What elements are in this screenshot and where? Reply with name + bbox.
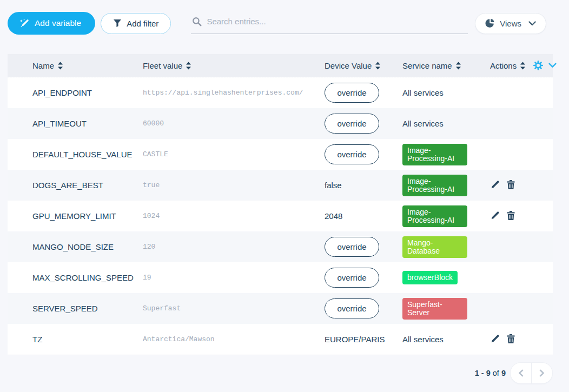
override-button[interactable]: override: [325, 298, 379, 318]
edit-button[interactable]: [490, 333, 501, 346]
variable-name: DEFAULT_HOUSE_VALUE: [8, 150, 143, 159]
trash-icon: [507, 180, 515, 191]
variables-table: Name Fleet value Device Value Service na…: [8, 54, 553, 355]
column-header-service-name[interactable]: Service name: [402, 61, 490, 70]
edit-button[interactable]: [490, 210, 501, 222]
column-label: Fleet value: [143, 61, 182, 70]
table-row: MAX_SCROLLING_SPEED19overridebrowserBloc…: [8, 262, 553, 293]
device-value-cell: EUROPE/PARIS: [325, 335, 402, 344]
column-header-device-value[interactable]: Device Value: [325, 61, 402, 70]
service-name-cell: Image-Processing-AI: [402, 175, 490, 196]
service-name-cell: Superfast-Server: [402, 298, 490, 320]
device-value-cell: override: [325, 237, 402, 257]
chevron-right-icon: [539, 369, 545, 377]
variable-name: GPU_MEMORY_LIMIT: [8, 211, 143, 221]
table-row: TZAntarctica/MawsonEUROPE/PARISAll servi…: [8, 324, 553, 355]
table-row: DOGS_ARE_BESTtruefalseImage-Processing-A…: [8, 170, 553, 201]
delete-button[interactable]: [506, 179, 516, 192]
pagination-of-label: of: [493, 369, 499, 377]
pencil-icon: [491, 211, 500, 221]
device-value: EUROPE/PARIS: [325, 335, 385, 344]
device-value-cell: override: [325, 114, 402, 134]
add-variable-label: Add variable: [35, 18, 81, 28]
variable-name: DOGS_ARE_BEST: [8, 181, 143, 190]
row-actions: [490, 210, 553, 223]
sort-arrows-icon: [57, 62, 63, 70]
filter-funnel-icon: [113, 19, 122, 28]
service-name-cell: Mango-Database: [402, 236, 490, 258]
service-badge: Mango-Database: [402, 236, 467, 258]
override-button[interactable]: override: [325, 268, 379, 288]
table-row: API_ENDPOINThttps://api.singlehashenterp…: [8, 77, 553, 108]
column-header-fleet-value[interactable]: Fleet value: [143, 61, 325, 70]
fleet-value: true: [143, 181, 325, 189]
override-button[interactable]: override: [325, 83, 379, 103]
search-icon: [192, 17, 202, 26]
variable-name: MAX_SCROLLING_SPEED: [8, 273, 143, 282]
column-label: Service name: [402, 61, 452, 70]
edit-button[interactable]: [490, 179, 501, 191]
override-button[interactable]: override: [325, 114, 379, 134]
gear-icon: [533, 61, 543, 70]
device-value-cell: override: [325, 83, 402, 103]
override-button[interactable]: override: [325, 144, 379, 164]
fleet-value: 1024: [143, 212, 325, 220]
column-header-name[interactable]: Name: [8, 61, 143, 70]
views-label: Views: [500, 19, 521, 28]
table-settings-button[interactable]: [532, 59, 544, 71]
pagination-total: 9: [501, 369, 506, 377]
chevron-down-icon: [548, 63, 557, 68]
magic-wand-icon: [19, 18, 30, 29]
fleet-value: 120: [143, 243, 325, 251]
column-label: Name: [32, 61, 54, 70]
service-name-cell: All services: [402, 119, 490, 128]
pagination-range-values: 1 - 9: [475, 369, 491, 377]
table-row: MANGO_NODE_SIZE120overrideMango-Database: [8, 231, 553, 262]
next-page-button[interactable]: [532, 363, 552, 383]
table-row: DEFAULT_HOUSE_VALUECASTLEoverrideImage-P…: [8, 139, 553, 170]
row-actions: [490, 333, 553, 346]
pagination-range: 1 - 9 of 9: [475, 369, 506, 377]
table-row: GPU_MEMORY_LIMIT10242048Image-Processing…: [8, 201, 553, 231]
table-row: API_TIMEOUT60000overrideAll services: [8, 108, 553, 139]
sort-arrows-icon: [455, 62, 461, 70]
variable-name: API_TIMEOUT: [8, 119, 143, 128]
fleet-value: CASTLE: [143, 150, 325, 158]
variable-name: MANGO_NODE_SIZE: [8, 242, 143, 251]
device-value-cell: override: [325, 144, 402, 164]
service-name: All services: [402, 119, 444, 128]
delete-button[interactable]: [506, 210, 516, 223]
sort-arrows-icon: [186, 62, 191, 70]
device-value: 2048: [325, 211, 342, 221]
delete-button[interactable]: [506, 333, 516, 346]
pie-chart-icon: [485, 18, 495, 28]
fleet-value: Superfast: [143, 304, 325, 313]
previous-page-button[interactable]: [511, 363, 531, 383]
service-name-cell: All services: [402, 88, 490, 97]
device-value-cell: override: [325, 268, 402, 288]
service-badge: Image-Processing-AI: [402, 175, 467, 196]
override-button[interactable]: override: [325, 237, 379, 257]
search-input[interactable]: [207, 17, 467, 26]
trash-icon: [507, 211, 515, 222]
collapse-columns-button[interactable]: [547, 62, 558, 69]
pencil-icon: [491, 334, 500, 344]
add-variable-button[interactable]: Add variable: [8, 12, 95, 35]
table-row: SERVER_SPEEDSuperfastoverrideSuperfast-S…: [8, 293, 553, 324]
service-name: All services: [402, 88, 444, 97]
sort-arrows-icon: [520, 62, 526, 70]
row-actions: [490, 179, 553, 192]
pencil-icon: [491, 180, 500, 190]
service-badge: Image-Processing-AI: [402, 144, 467, 165]
chevron-down-icon: [528, 21, 536, 26]
device-value-cell: false: [325, 181, 402, 190]
views-button[interactable]: Views: [475, 13, 546, 34]
service-name-cell: Image-Processing-AI: [402, 205, 490, 227]
pagination: 1 - 9 of 9: [0, 362, 553, 384]
variable-name: API_ENDPOINT: [8, 88, 143, 97]
service-name-cell: All services: [402, 335, 490, 344]
add-filter-button[interactable]: Add filter: [101, 13, 171, 34]
trash-icon: [507, 334, 515, 345]
pager-buttons: [510, 362, 553, 384]
column-header-actions[interactable]: Actions: [490, 59, 553, 71]
